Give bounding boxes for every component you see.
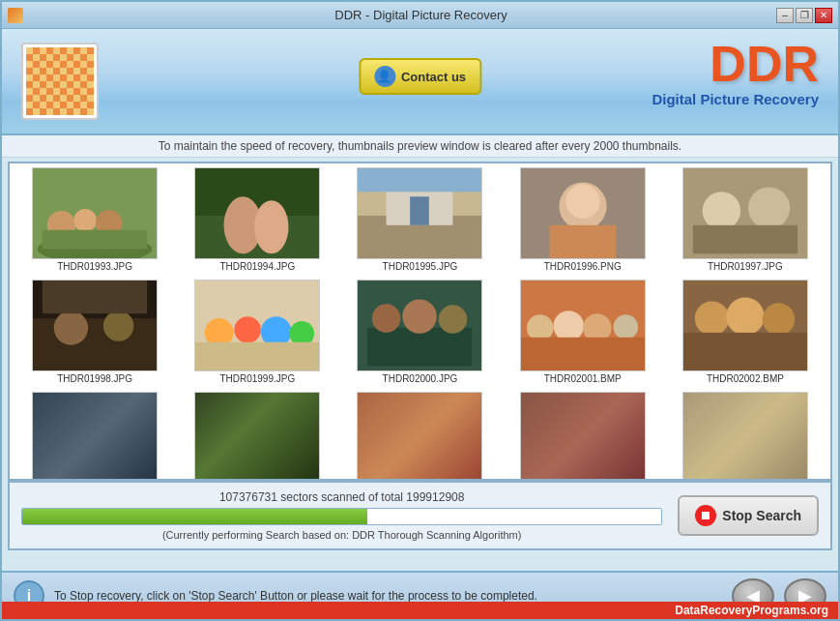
- close-button[interactable]: ✕: [815, 8, 832, 23]
- stop-search-button[interactable]: ⏹ Stop Search: [678, 495, 819, 536]
- svg-rect-17: [549, 225, 616, 258]
- thumb-label: THDR01997.JPG: [708, 261, 783, 272]
- contact-label: Contact us: [401, 70, 466, 84]
- header: 👤 Contact us DDR Digital Picture Recover…: [2, 29, 838, 135]
- list-item[interactable]: THDR02006.BMP: [506, 392, 660, 479]
- watermark-text: DataRecoveryPrograms.org: [675, 604, 828, 617]
- title-bar: DDR - Digital Picture Recovery – ❐ ✕: [2, 2, 838, 29]
- list-item[interactable]: THDR01996.PNG: [506, 167, 660, 272]
- thumb-label: THDR01994.JPG: [219, 261, 295, 272]
- algo-text: (Currently performing Search based on: D…: [21, 529, 662, 541]
- info-text: To maintain the speed of recovery, thumb…: [159, 139, 681, 153]
- svg-rect-24: [33, 318, 157, 370]
- svg-rect-13: [358, 168, 481, 192]
- svg-rect-49: [683, 333, 807, 370]
- thumb-label: THDR02001.BMP: [544, 373, 622, 384]
- list-item[interactable]: THDR02007.BMP: [668, 392, 823, 479]
- window-title: DDR - Digital Picture Recovery: [66, 8, 776, 22]
- list-item[interactable]: THDR01994.JPG: [180, 167, 334, 272]
- thumb-label: THDR01998.JPG: [57, 373, 132, 384]
- thumb-label: THDR01993.JPG: [57, 261, 132, 272]
- thumb-label: THDR02000.JPG: [383, 373, 458, 384]
- progress-bar-outer: [21, 508, 662, 525]
- svg-point-46: [695, 301, 729, 335]
- svg-point-48: [763, 303, 795, 335]
- svg-point-30: [235, 316, 262, 343]
- ddr-subtitle: Digital Picture Recovery: [652, 91, 819, 107]
- minimize-button[interactable]: –: [776, 8, 794, 23]
- svg-point-9: [254, 200, 288, 253]
- svg-point-18: [565, 184, 599, 218]
- progress-bar-inner: [22, 509, 367, 524]
- thumb-label: THDR01999.JPG: [219, 373, 295, 384]
- svg-point-40: [527, 314, 554, 341]
- svg-point-38: [439, 305, 468, 334]
- svg-rect-14: [411, 196, 430, 225]
- ddr-brand: DDR Digital Picture Recovery: [652, 39, 819, 107]
- logo-image: [26, 47, 94, 115]
- restore-button[interactable]: ❐: [796, 8, 813, 23]
- svg-point-36: [372, 304, 401, 333]
- list-item[interactable]: THDR01995.JPG: [342, 167, 497, 272]
- list-item[interactable]: THDR01998.JPG: [17, 280, 172, 384]
- svg-point-37: [403, 299, 437, 333]
- app-window: DDR - Digital Picture Recovery – ❐ ✕ 👤 C…: [2, 2, 838, 619]
- list-item[interactable]: THDR02004.BMP: [180, 392, 334, 479]
- progress-panel: 107376731 sectors scanned of total 19991…: [8, 481, 832, 550]
- svg-point-21: [748, 187, 790, 228]
- thumb-label: THDR02002.BMP: [707, 373, 784, 384]
- thumbnails-scroll-area[interactable]: THDR01993.JPGTHDR01994.JPGTHDR01995.JPGT…: [10, 163, 830, 479]
- list-item[interactable]: THDR02001.BMP: [506, 280, 660, 384]
- svg-point-47: [726, 297, 764, 335]
- svg-point-43: [613, 314, 638, 340]
- stop-label: Stop Search: [722, 508, 801, 523]
- watermark-footer: DataRecoveryPrograms.org: [2, 602, 838, 619]
- list-item[interactable]: THDR02002.BMP: [668, 280, 823, 384]
- svg-rect-22: [693, 225, 797, 254]
- bottom-text: To Stop recovery, click on 'Stop Search'…: [54, 589, 722, 603]
- list-item[interactable]: THDR02005.BMP: [342, 392, 497, 479]
- sectors-text: 107376731 sectors scanned of total 19991…: [21, 490, 662, 504]
- svg-point-41: [553, 310, 584, 341]
- list-item[interactable]: THDR01993.JPG: [17, 167, 172, 272]
- logo-box: [21, 43, 99, 120]
- info-bar: To maintain the speed of recovery, thumb…: [2, 135, 838, 158]
- list-item[interactable]: THDR02003.BMP: [17, 392, 172, 479]
- svg-rect-5: [43, 230, 147, 250]
- svg-point-26: [103, 310, 134, 341]
- window-controls: – ❐ ✕: [776, 8, 832, 23]
- list-item[interactable]: THDR01997.JPG: [668, 167, 823, 272]
- list-item[interactable]: THDR01999.JPG: [180, 280, 334, 384]
- svg-point-3: [73, 209, 97, 232]
- thumbnails-grid: THDR01993.JPGTHDR01994.JPGTHDR01995.JPGT…: [17, 167, 823, 479]
- svg-rect-33: [195, 342, 319, 371]
- svg-rect-44: [521, 338, 645, 370]
- progress-info: 107376731 sectors scanned of total 19991…: [21, 490, 662, 541]
- thumb-label: THDR01995.JPG: [383, 261, 458, 272]
- contact-icon: 👤: [374, 66, 395, 87]
- ddr-logo-text: DDR: [652, 39, 819, 89]
- thumbnails-panel: THDR01993.JPGTHDR01994.JPGTHDR01995.JPGT…: [8, 162, 832, 481]
- svg-point-25: [54, 310, 88, 344]
- svg-rect-27: [43, 281, 147, 313]
- stop-icon: ⏹: [695, 505, 716, 526]
- thumb-label: THDR01996.PNG: [544, 261, 622, 272]
- contact-button[interactable]: 👤 Contact us: [359, 58, 481, 95]
- list-item[interactable]: THDR02000.JPG: [342, 280, 497, 384]
- svg-point-20: [703, 192, 740, 229]
